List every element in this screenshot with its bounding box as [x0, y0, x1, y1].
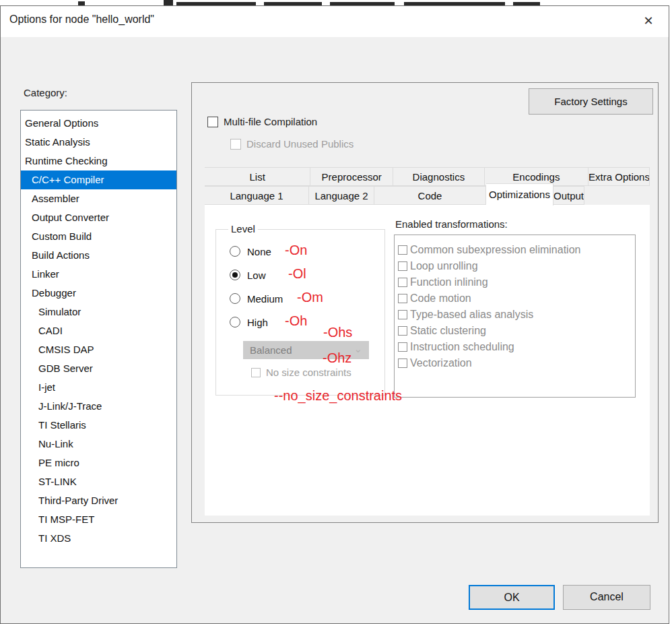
category-list-item[interactable]: Runtime Checking	[21, 152, 176, 170]
radio-button-icon	[230, 317, 240, 327]
transformation-label: Instruction scheduling	[410, 341, 514, 353]
tab[interactable]: Optimizations	[486, 183, 553, 206]
options-panel: Factory Settings Multi-file Compilation …	[191, 82, 659, 523]
checkbox-icon	[398, 294, 407, 303]
transformation-label: Loop unrolling	[410, 260, 478, 272]
checkbox-icon	[207, 117, 218, 127]
category-list-item[interactable]: CADI	[21, 321, 176, 340]
category-list-item[interactable]: J-Link/J-Trace	[21, 397, 176, 416]
checkbox-icon	[398, 261, 407, 271]
category-list-item[interactable]: ST-LINK	[21, 472, 176, 491]
category-list-item[interactable]: C/C++ Compiler	[21, 170, 176, 189]
enabled-transformations-list: Common subexpression elimination Loop un…	[394, 235, 636, 398]
tab-row-2: Language 1 Language 2 Code Optimizations…	[205, 186, 650, 205]
multi-file-compilation-checkbox[interactable]: Multi-file Compilation	[207, 116, 317, 127]
checkbox-icon	[398, 358, 407, 368]
transformation-checkbox: Static clustering	[398, 323, 635, 339]
checkbox-icon	[251, 368, 261, 377]
multi-file-compilation-label: Multi-file Compilation	[224, 116, 317, 127]
annotation-text: -Oh	[285, 313, 307, 329]
transformation-checkbox: Code motion	[398, 290, 635, 307]
category-list-item[interactable]: I-jet	[21, 378, 176, 397]
level-radio-option[interactable]: Low -Ol	[230, 268, 266, 282]
radio-label: Medium	[247, 293, 283, 305]
level-group-box: Level None -On Low -Ol	[215, 229, 385, 396]
level-radio-option[interactable]: High -Oh	[230, 315, 268, 329]
optimizations-tab-page: Level None -On Low -Ol	[205, 205, 650, 516]
checkbox-icon	[398, 326, 407, 336]
discard-unused-publics-label: Discard Unused Publics	[246, 138, 354, 150]
tab[interactable]: Language 1	[205, 186, 309, 205]
annotation-no-size-constraints: --no_size_constraints	[274, 388, 402, 404]
checkbox-icon	[398, 278, 407, 287]
tab[interactable]: Code	[374, 186, 486, 205]
no-size-constraints-label: No size constraints	[266, 367, 351, 378]
transformation-label: Function inlining	[410, 276, 488, 288]
transformation-label: Static clustering	[410, 325, 486, 337]
checkbox-icon	[230, 139, 241, 150]
radio-label: High	[247, 317, 268, 328]
checkbox-icon	[398, 245, 407, 255]
category-list-item[interactable]: Third-Party Driver	[21, 491, 176, 510]
annotation-text: -On	[285, 243, 307, 258]
level-radio-option[interactable]: None -On	[230, 245, 271, 258]
discard-unused-publics-checkbox: Discard Unused Publics	[230, 138, 354, 150]
category-list-item[interactable]: GDB Server	[21, 359, 176, 378]
tab[interactable]: Output	[553, 186, 584, 205]
category-list-item[interactable]: Output Converter	[21, 208, 176, 227]
title-bar: Options for node "hello_world" ✕	[1, 6, 669, 37]
combobox-value: Balanced	[250, 344, 292, 356]
tab[interactable]: Diagnostics	[393, 167, 485, 186]
transformation-checkbox: Function inlining	[398, 274, 635, 290]
transformation-label: Code motion	[410, 292, 471, 305]
tab[interactable]: List	[205, 167, 310, 186]
transformation-checkbox: Vectorization	[398, 355, 635, 371]
category-list-item[interactable]: Debugger	[21, 284, 176, 303]
options-dialog: Options for node "hello_world" ✕ Categor…	[0, 5, 669, 624]
category-list-item[interactable]: TI XDS	[21, 529, 176, 548]
checkbox-icon	[398, 310, 407, 319]
factory-settings-button[interactable]: Factory Settings	[529, 88, 653, 115]
category-list-item[interactable]: General Options	[21, 114, 176, 133]
annotation-text: -Om	[297, 290, 323, 305]
category-list-item[interactable]: Assembler	[21, 189, 176, 208]
category-list-item[interactable]: CMSIS DAP	[21, 340, 176, 359]
background-clipped-text	[0, 0, 672, 5]
tab[interactable]: Extra Options	[589, 167, 650, 186]
category-list-item[interactable]: Custom Build	[21, 227, 176, 246]
tab-control: List Preprocessor Diagnostics Encodings …	[205, 167, 650, 205]
category-label: Category:	[24, 87, 67, 98]
category-list-item[interactable]: TI MSP-FET	[21, 510, 176, 529]
checkbox-icon	[398, 342, 407, 352]
cancel-button[interactable]: Cancel	[563, 585, 650, 610]
annotation-ohs: -Ohs	[323, 325, 352, 340]
category-list-item[interactable]: Build Actions	[21, 246, 176, 265]
radio-label: Low	[247, 270, 266, 281]
radio-button-icon	[230, 270, 240, 280]
tab[interactable]: Language 2	[309, 186, 374, 205]
transformation-checkbox: Common subexpression elimination	[398, 242, 635, 258]
level-radio-option[interactable]: Medium -Om	[230, 292, 283, 305]
chevron-down-icon: ⌄	[354, 340, 362, 358]
ok-button[interactable]: OK	[469, 585, 555, 610]
category-list: General Options Static Analysis Runtime …	[20, 110, 177, 568]
category-list-item[interactable]: TI Stellaris	[21, 416, 176, 435]
transformation-checkbox: Type-based alias analysis	[398, 307, 635, 323]
radio-button-icon	[230, 246, 240, 257]
tab[interactable]: Preprocessor	[310, 167, 393, 186]
transformation-label: Vectorization	[410, 357, 472, 369]
category-list-item[interactable]: Simulator	[21, 303, 176, 321]
category-list-item[interactable]: Static Analysis	[21, 133, 176, 152]
close-icon[interactable]: ✕	[640, 13, 657, 29]
category-list-item[interactable]: PE micro	[21, 454, 176, 472]
no-size-constraints-checkbox: No size constraints	[251, 367, 351, 378]
category-list-item[interactable]: Nu-Link	[21, 435, 176, 454]
transformation-label: Type-based alias analysis	[410, 309, 533, 321]
transformation-checkbox: Instruction scheduling	[398, 339, 635, 355]
level-group-title: Level	[228, 223, 258, 235]
transformation-checkbox: Loop unrolling	[398, 258, 635, 274]
annotation-ohz: -Ohz	[323, 350, 351, 366]
annotation-text: -Ol	[288, 266, 306, 282]
dialog-title: Options for node "hello_world"	[9, 13, 154, 26]
category-list-item[interactable]: Linker	[21, 265, 176, 284]
